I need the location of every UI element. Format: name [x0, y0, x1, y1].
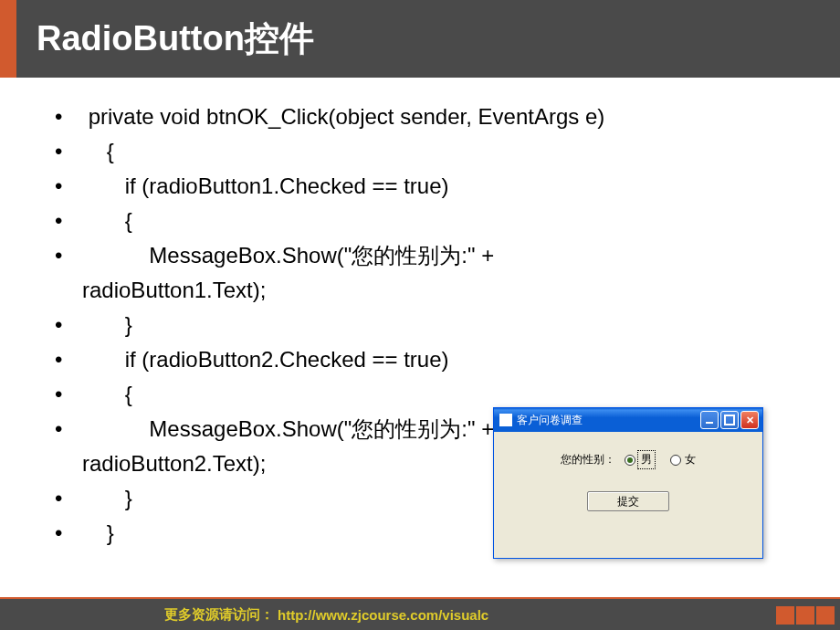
bullet-icon: • [55, 309, 82, 341]
radio-circle-icon [670, 455, 681, 466]
bullet-icon: • [55, 482, 82, 515]
code-line: • if (radioButton2.Checked == true) [55, 343, 803, 376]
bullet-icon: • [55, 343, 82, 376]
accent-block [0, 0, 16, 78]
code-line: • if (radioButton1.Checked == true) [55, 170, 803, 203]
submit-button[interactable]: 提交 [587, 491, 669, 511]
bullet-icon [55, 447, 82, 480]
footer-link[interactable]: http://www.zjcourse.com/visualc [278, 607, 488, 623]
dialog-title: 客户问卷调查 [517, 413, 583, 428]
decor-block [796, 606, 814, 625]
code-text: if (radioButton1.Checked == true) [82, 170, 449, 203]
code-text: } [82, 517, 114, 550]
code-line: • } [55, 309, 803, 341]
radio-group: 男 女 [625, 452, 696, 467]
slide-footer: 更多资源请访问： http://www.zjcourse.com/visualc [0, 597, 840, 630]
gender-row: 您的性别： 男 女 [510, 452, 746, 467]
code-line: radioButton1.Text); [55, 274, 803, 307]
code-line: • { [55, 135, 803, 168]
code-text: MessageBox.Show("您的性别为:" + [82, 413, 500, 446]
gender-label: 您的性别： [561, 452, 615, 467]
dialog-body: 您的性别： 男 女 提交 [494, 432, 762, 522]
code-text: } [82, 309, 132, 341]
code-text: { [82, 378, 132, 411]
code-line: • { [55, 378, 803, 411]
bullet-icon: • [55, 413, 82, 446]
minimize-button[interactable] [700, 411, 719, 429]
code-text: { [82, 205, 132, 237]
slide-title: RadioButton控件 [37, 16, 314, 62]
bullet-icon: • [55, 170, 82, 203]
code-line: • MessageBox.Show("您的性别为:" + [55, 239, 803, 272]
code-line: • { [55, 205, 803, 237]
code-line: • private void btnOK_Click(object sender… [55, 100, 803, 133]
bullet-icon: • [55, 239, 82, 272]
bullet-icon [55, 274, 82, 307]
code-text: if (radioButton2.Checked == true) [82, 343, 449, 376]
radio-male-label: 男 [639, 452, 654, 467]
radio-male[interactable]: 男 [625, 452, 654, 467]
radio-female[interactable]: 女 [670, 452, 696, 467]
window-buttons [700, 411, 759, 429]
decor-block [776, 606, 794, 625]
radio-circle-icon [625, 455, 635, 466]
footer-label: 更多资源请访问： [164, 606, 274, 624]
code-text: { [82, 135, 114, 168]
dialog-titlebar: 客户问卷调查 [494, 408, 762, 432]
app-icon [499, 414, 512, 426]
slide-header: RadioButton控件 [0, 0, 840, 78]
footer-blocks [776, 606, 835, 625]
code-text: private void btnOK_Click(object sender, … [82, 100, 604, 133]
bullet-icon: • [55, 100, 82, 133]
bullet-icon: • [55, 205, 82, 237]
code-text: radioButton1.Text); [82, 274, 266, 307]
code-text: MessageBox.Show("您的性别为:" + [82, 239, 500, 272]
bullet-icon: • [55, 517, 82, 550]
code-text: radioButton2.Text); [82, 447, 266, 480]
bullet-icon: • [55, 135, 82, 168]
radio-female-label: 女 [685, 452, 696, 467]
survey-dialog: 客户问卷调查 您的性别： 男 女 提交 [493, 407, 763, 559]
maximize-button[interactable] [720, 411, 739, 429]
decor-block [816, 606, 835, 625]
bullet-icon: • [55, 378, 82, 411]
close-button[interactable] [740, 411, 759, 429]
code-text: } [82, 482, 132, 515]
